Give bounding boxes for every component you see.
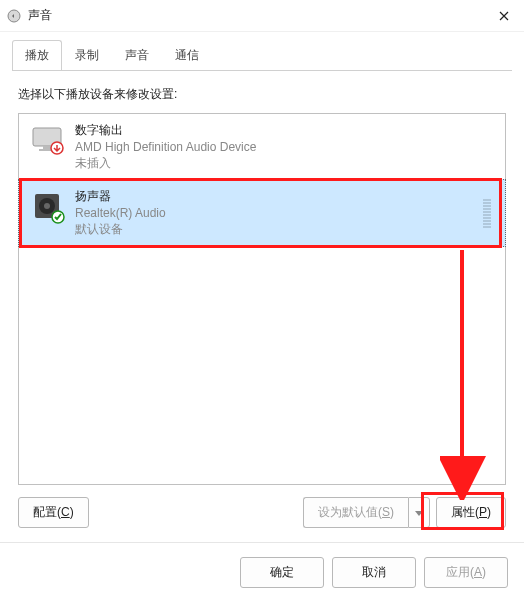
speaker-icon [29, 188, 65, 224]
sound-app-icon [6, 8, 22, 24]
tab-playback[interactable]: 播放 [12, 40, 62, 71]
properties-button[interactable]: 属性(P) [436, 497, 506, 528]
tab-communications[interactable]: 通信 [162, 40, 212, 71]
monitor-icon [29, 122, 65, 158]
device-text: 数字输出 AMD High Definition Audio Device 未插… [75, 122, 256, 172]
chevron-down-icon [415, 511, 423, 517]
device-item[interactable]: 数字输出 AMD High Definition Audio Device 未插… [19, 114, 505, 180]
device-description: AMD High Definition Audio Device [75, 140, 256, 154]
svg-rect-2 [43, 146, 51, 149]
ok-button[interactable]: 确定 [240, 557, 324, 588]
device-text: 扬声器 Realtek(R) Audio 默认设备 [75, 188, 166, 238]
window-title: 声音 [28, 7, 484, 24]
close-button[interactable] [484, 0, 524, 32]
device-status: 未插入 [75, 155, 256, 172]
configure-button[interactable]: 配置(C) [18, 497, 89, 528]
device-list[interactable]: 数字输出 AMD High Definition Audio Device 未插… [18, 113, 506, 485]
instruction-label: 选择以下播放设备来修改设置: [18, 86, 506, 103]
set-default-button[interactable]: 设为默认值(S) [303, 497, 408, 528]
apply-button[interactable]: 应用(A) [424, 557, 508, 588]
tab-sounds[interactable]: 声音 [112, 40, 162, 71]
titlebar: 声音 [0, 0, 524, 32]
set-default-dropdown[interactable] [408, 497, 430, 528]
tab-content: 选择以下播放设备来修改设置: 数字输出 AMD High Definition … [0, 72, 524, 528]
set-default-split-button[interactable]: 设为默认值(S) [303, 497, 430, 528]
device-name: 数字输出 [75, 122, 256, 139]
device-item-selected[interactable]: 扬声器 Realtek(R) Audio 默认设备 [18, 179, 506, 247]
level-meter-icon [483, 188, 495, 228]
cancel-button[interactable]: 取消 [332, 557, 416, 588]
device-name: 扬声器 [75, 188, 166, 205]
tab-underline [12, 70, 512, 71]
dialog-buttons: 确定 取消 应用(A) [0, 542, 524, 600]
device-description: Realtek(R) Audio [75, 206, 166, 220]
svg-point-7 [44, 203, 50, 209]
tab-recording[interactable]: 录制 [62, 40, 112, 71]
device-status: 默认设备 [75, 221, 166, 238]
device-buttons-row: 配置(C) 设为默认值(S) 属性(P) [18, 497, 506, 528]
tabs-bar: 播放 录制 声音 通信 [0, 32, 524, 71]
